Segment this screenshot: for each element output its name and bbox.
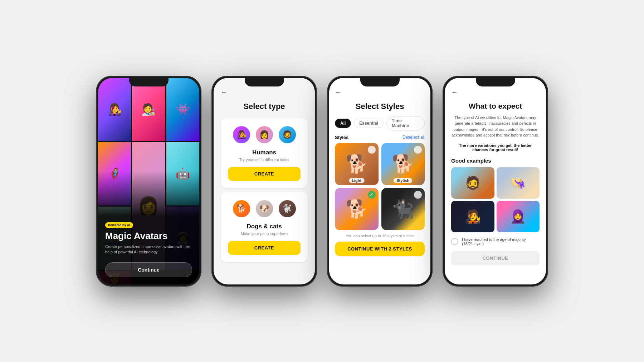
notch bbox=[245, 78, 284, 86]
pet-avatar-2: 🐶 bbox=[255, 199, 274, 218]
back-arrow-icon[interactable]: ← bbox=[221, 89, 308, 96]
styles-label: Styles bbox=[335, 135, 348, 140]
styles-title: Select Styles bbox=[335, 102, 425, 111]
pets-card: 🐕 🐶 🐩 Dogs & cats Make your pet a superh… bbox=[221, 192, 308, 262]
expect-bold-text: The more variations you get, the better … bbox=[451, 143, 540, 152]
example-image-4: 🧕 bbox=[497, 201, 540, 232]
filter-all[interactable]: All bbox=[335, 119, 351, 128]
phone1-overlay: Powered by AI Magic Avatars Create perso… bbox=[98, 171, 199, 284]
age-checkbox[interactable] bbox=[451, 238, 458, 245]
pets-create-button[interactable]: CREATE bbox=[228, 241, 301, 255]
pets-avatar-stack: 🐕 🐶 🐩 bbox=[228, 199, 301, 219]
pets-type-desc: Make your pet a superhero bbox=[228, 232, 301, 236]
example-image-1: 🧔 bbox=[451, 167, 494, 199]
human-avatar-2: 👩 bbox=[255, 125, 274, 144]
phones-container: 👩‍🎤 🧑‍🎨 👾 🦸 👩 🤖 🧝‍♀️ 🧑‍🚀 👸 Powered by AI… bbox=[96, 76, 548, 287]
human-avatar-3: 🧔 bbox=[278, 125, 297, 144]
style-checkbox-cat bbox=[414, 191, 422, 199]
phone-what-to-expect: ← What to expect The type of AI we utili… bbox=[443, 76, 548, 287]
style-item-cat[interactable]: 🐈‍⬛ bbox=[381, 188, 425, 230]
continue-button[interactable]: Continue bbox=[105, 262, 192, 277]
filter-time-machine[interactable]: Time Machine bbox=[386, 116, 425, 130]
screen-title: Select type bbox=[221, 102, 308, 111]
pet-avatar-3: 🐩 bbox=[278, 199, 297, 218]
app-title: Magic Avatars bbox=[105, 231, 192, 241]
example-image-2: 👒 bbox=[497, 167, 540, 199]
phone-select-type: ← Select type 👩‍🎤 👩 🧔 Humans Try yoursel… bbox=[211, 76, 317, 287]
phone-magic-avatars: 👩‍🎤 🧑‍🎨 👾 🦸 👩 🤖 🧝‍♀️ 🧑‍🚀 👸 Powered by AI… bbox=[96, 76, 201, 287]
deselect-all-link[interactable]: Deselect all bbox=[402, 135, 425, 140]
age-label: I have reached to the age of majority (1… bbox=[462, 237, 540, 246]
notch bbox=[129, 78, 169, 86]
powered-badge: Powered by AI bbox=[105, 222, 133, 228]
humans-type-desc: Try yourself in different looks bbox=[228, 158, 301, 162]
humans-create-button[interactable]: CREATE bbox=[228, 167, 301, 181]
style-item-light[interactable]: 🐕 Light bbox=[335, 143, 379, 185]
app-subtitle: Create personalized, impressive avatars … bbox=[105, 244, 192, 255]
avatar-tile: 👩‍🎤 bbox=[98, 78, 131, 141]
human-avatar-1: 👩‍🎤 bbox=[232, 125, 251, 144]
style-caption-light: Light bbox=[349, 178, 364, 183]
expect-desc: The type of AI we utilise for Magic Avat… bbox=[451, 115, 540, 138]
examples-grid: 🧔 👒 🧑‍🎤 🧕 bbox=[451, 167, 540, 232]
back-arrow-icon[interactable]: ← bbox=[335, 89, 425, 96]
notch bbox=[360, 78, 400, 86]
avatar-tile: 🧑‍🎨 bbox=[132, 78, 165, 141]
notch bbox=[476, 78, 515, 86]
style-caption-stylish: Stylish bbox=[394, 178, 412, 183]
phone-select-styles: ← Select Styles All Essential Time Machi… bbox=[327, 76, 433, 287]
age-check: I have reached to the age of majority (1… bbox=[451, 237, 540, 246]
pet-avatar-1: 🐕 bbox=[232, 199, 251, 218]
expect-title: What to expect bbox=[451, 102, 540, 110]
styles-row-header: Styles Deselect all bbox=[335, 135, 425, 140]
phone3-content: ← Select Styles All Essential Time Machi… bbox=[329, 78, 430, 256]
select-info: You can select up to 10 styles at a time bbox=[335, 234, 425, 238]
filter-tabs: All Essential Time Machine bbox=[335, 116, 425, 130]
style-checkbox-stylish bbox=[414, 146, 422, 154]
pets-type-name: Dogs & cats bbox=[228, 223, 301, 230]
style-checkbox-3: ✓ bbox=[368, 191, 376, 199]
back-arrow-icon[interactable]: ← bbox=[451, 89, 540, 96]
continue-styles-button[interactable]: CONTINUE WITH 2 STYLES bbox=[335, 242, 425, 256]
humans-type-name: Humans bbox=[228, 149, 301, 156]
filter-essential[interactable]: Essential bbox=[354, 119, 384, 128]
humans-card: 👩‍🎤 👩 🧔 Humans Try yourself in different… bbox=[221, 118, 308, 188]
humans-avatar-stack: 👩‍🎤 👩 🧔 bbox=[228, 125, 301, 145]
avatar-tile: 👾 bbox=[166, 78, 199, 141]
styles-grid: 🐕 Light 🐕 Stylish 🐕 ✓ 🐈‍⬛ bbox=[335, 143, 425, 230]
example-image-3: 🧑‍🎤 bbox=[451, 201, 494, 232]
style-item-3[interactable]: 🐕 ✓ bbox=[335, 188, 379, 230]
phone4-content: ← What to expect The type of AI we utili… bbox=[445, 78, 546, 266]
phone2-content: ← Select type 👩‍🎤 👩 🧔 Humans Try yoursel… bbox=[214, 78, 315, 262]
style-item-stylish[interactable]: 🐕 Stylish bbox=[381, 143, 425, 185]
continue-expect-button[interactable]: CONTINUE bbox=[451, 251, 540, 266]
style-checkbox-light bbox=[368, 146, 376, 154]
good-examples-title: Good examples bbox=[451, 158, 540, 164]
